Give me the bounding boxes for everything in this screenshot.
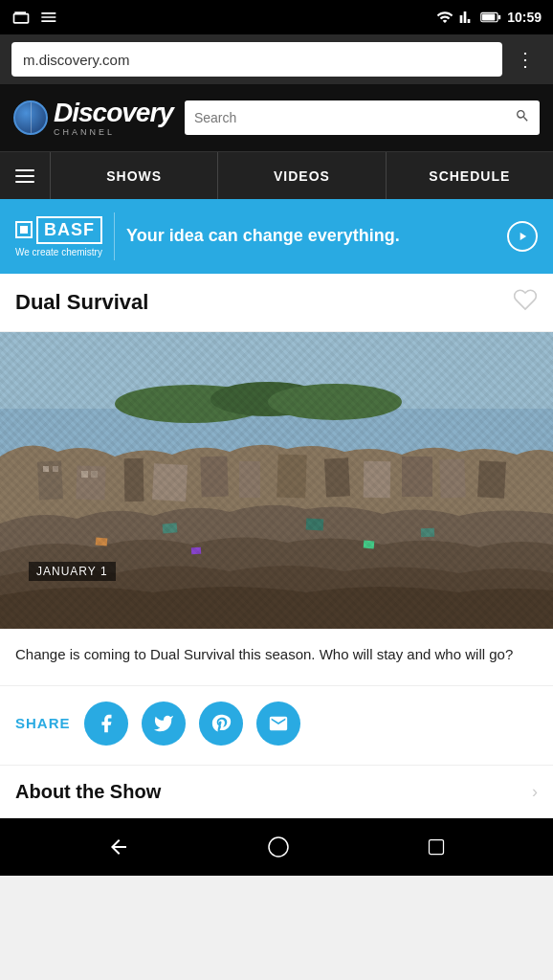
logo-globe-icon [13,100,48,135]
pinterest-icon [210,713,232,734]
svg-rect-27 [96,538,108,546]
basf-logo: BASF We create chemistry [15,216,102,257]
search-button[interactable] [515,108,530,127]
svg-rect-25 [306,519,324,531]
svg-rect-12 [200,457,228,498]
back-button[interactable] [107,835,130,858]
status-bar-left [11,8,57,27]
nav-item-videos[interactable]: VIDEOS [218,152,386,199]
ad-banner[interactable]: BASF We create chemistry Your idea can c… [0,199,553,274]
nav-items: SHOWS VIDEOS SCHEDULE [51,152,553,199]
svg-rect-31 [430,839,444,854]
ad-message: Your idea can change everything. [126,225,496,247]
basf-tagline-text: We create chemistry [15,247,102,257]
svg-rect-10 [124,458,144,501]
show-image [0,332,553,629]
show-title: Dual Survival [15,290,148,315]
svg-point-7 [268,384,402,420]
url-text: m.discovery.com [23,52,129,68]
about-show-title: About the Show [15,781,161,803]
hamburger-menu-button[interactable] [0,152,51,199]
hamburger-icon [15,169,34,183]
ad-arrow-button[interactable] [507,221,538,252]
favorite-button[interactable] [513,287,538,318]
back-icon [107,835,130,858]
svg-rect-26 [421,528,434,537]
browser-bar: m.discovery.com ⋮ [0,34,553,84]
browser-menu-button[interactable]: ⋮ [510,44,542,75]
recents-icon [427,837,446,857]
svg-rect-4 [0,332,553,409]
about-chevron-right-icon: › [532,782,538,802]
svg-point-6 [210,382,325,416]
status-bar-right: 10:59 [436,9,542,26]
twitter-icon [153,713,174,734]
logo-text: Discovery CHANNEL [54,100,173,137]
show-image-container: JANUARY 1 [0,332,553,629]
svg-rect-22 [81,471,88,478]
status-bar: 10:59 [0,0,553,34]
arrow-right-icon [516,230,529,243]
tabs-icon [38,8,57,27]
logo-discovery-text: Discovery [54,100,173,126]
clock: 10:59 [507,10,542,25]
svg-point-5 [115,385,268,423]
svg-rect-14 [276,454,307,498]
discovery-logo[interactable]: Discovery CHANNEL [13,100,173,137]
show-image-svg [0,332,553,629]
system-nav [0,818,553,876]
svg-rect-15 [324,457,350,497]
facebook-share-button[interactable] [84,702,128,746]
show-title-bar: Dual Survival [0,274,553,332]
svg-rect-23 [91,471,98,478]
home-icon [267,835,290,858]
search-input[interactable] [194,110,515,125]
nav-item-shows[interactable]: SHOWS [51,152,218,199]
email-icon [268,713,289,734]
twitter-share-button[interactable] [142,702,186,746]
about-section[interactable]: About the Show › [0,765,553,818]
svg-rect-28 [191,547,201,555]
share-label: SHARE [15,715,71,731]
signal-icon [459,9,475,26]
facebook-icon [96,713,117,734]
wallet-icon [11,8,31,27]
pinterest-share-button[interactable] [199,702,243,746]
ad-divider [114,212,115,260]
svg-rect-19 [477,460,506,498]
nav-bar: SHOWS VIDEOS SCHEDULE [0,151,553,199]
heart-icon [513,287,538,312]
recents-button[interactable] [427,837,446,857]
svg-rect-9 [76,465,105,500]
logo-channel-text: CHANNEL [54,127,173,137]
svg-rect-3 [0,332,553,629]
search-box[interactable] [185,100,540,135]
svg-rect-2 [498,15,500,20]
svg-rect-1 [482,13,495,20]
svg-rect-20 [43,466,49,472]
date-badge: JANUARY 1 [29,562,116,581]
svg-rect-17 [402,457,432,497]
battery-icon [480,11,501,24]
basf-box-icon [15,221,33,238]
svg-rect-8 [37,460,63,500]
svg-rect-29 [364,541,375,549]
basf-brand-name: BASF [36,216,102,244]
email-share-button[interactable] [256,702,300,746]
svg-rect-18 [439,459,465,499]
search-icon [515,108,530,123]
nav-item-schedule[interactable]: SCHEDULE [387,152,553,199]
show-description-text: Change is coming to Dual Survival this s… [15,644,538,666]
svg-rect-24 [163,523,178,533]
svg-rect-16 [364,461,391,498]
home-button[interactable] [267,835,290,858]
share-bar: SHARE [0,685,553,765]
svg-rect-11 [152,463,188,501]
show-description: Change is coming to Dual Survival this s… [0,629,553,685]
url-bar[interactable]: m.discovery.com [11,42,502,77]
svg-point-30 [269,837,288,857]
wifi-icon [436,9,453,26]
discovery-header: Discovery CHANNEL [0,84,553,151]
svg-rect-21 [53,466,58,472]
svg-rect-13 [239,461,260,498]
